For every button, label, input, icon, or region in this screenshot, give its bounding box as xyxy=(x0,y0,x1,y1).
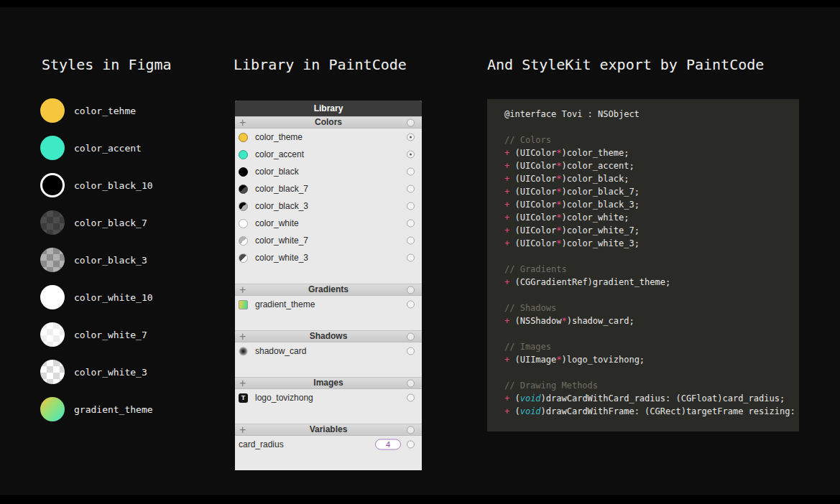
code-token: @interface Tovi : NSObject xyxy=(504,109,640,119)
figma-style-row: color_black_3 xyxy=(40,248,153,272)
library-window-title: Library xyxy=(235,101,422,116)
item-radio[interactable] xyxy=(407,151,415,159)
style-name: color_black_7 xyxy=(74,218,147,228)
figma-column-title: Styles in Figma xyxy=(42,56,172,73)
library-sections: +Colorscolor_themecolor_accentcolor_blac… xyxy=(235,116,422,470)
shadow-swatch-icon xyxy=(239,347,248,356)
code-token: (UIColor xyxy=(509,200,556,210)
color-alpha-swatch-icon xyxy=(239,202,248,211)
code-token: * xyxy=(561,316,566,326)
code-line: // Images xyxy=(504,340,799,353)
code-token: ( xyxy=(509,406,520,416)
item-radio[interactable] xyxy=(407,394,415,402)
code-line: + (void)drawCardWithFrame: (CGRect)targe… xyxy=(504,405,799,418)
library-item-name: color_accent xyxy=(255,149,304,159)
library-row-color_white_7[interactable]: color_white_7 xyxy=(235,232,422,249)
figma-style-row: color_accent xyxy=(40,136,153,160)
item-radio[interactable] xyxy=(407,237,415,245)
code-token: (UIColor xyxy=(509,238,556,248)
section-title: Variables xyxy=(310,424,348,434)
section-radio[interactable] xyxy=(407,332,415,340)
code-line xyxy=(504,327,799,340)
library-row-shadow_card[interactable]: shadow_card xyxy=(235,342,422,360)
library-item-name: color_black xyxy=(255,167,299,177)
library-row-gradient_theme[interactable]: gradient_theme xyxy=(235,296,422,313)
library-row-color_white_3[interactable]: color_white_3 xyxy=(235,249,422,266)
item-radio[interactable] xyxy=(407,168,415,176)
section-title: Shadows xyxy=(310,331,348,341)
figma-style-row: color_white_3 xyxy=(40,360,153,384)
item-radio[interactable] xyxy=(407,254,415,262)
item-radio[interactable] xyxy=(407,301,415,309)
section-spacer xyxy=(235,406,422,424)
stylekit-column-title: And StyleKit export by PaintCode xyxy=(487,56,764,73)
add-images-button[interactable]: + xyxy=(239,377,246,389)
library-item-name: color_black_3 xyxy=(255,201,308,211)
library-row-color_white[interactable]: color_white xyxy=(235,215,422,232)
code-line xyxy=(504,366,799,379)
color-swatch-icon xyxy=(239,150,248,159)
style-swatch-checker-icon xyxy=(40,360,65,384)
paintcode-library-panel: Library +Colorscolor_themecolor_accentco… xyxy=(235,101,422,470)
code-token: // Gradients xyxy=(504,264,567,274)
item-radio[interactable] xyxy=(407,202,415,210)
library-row-logo_tovizhong[interactable]: Tlogo_tovizhong xyxy=(235,389,422,406)
library-row-color_black[interactable]: color_black xyxy=(235,163,422,180)
letterbox-top xyxy=(0,0,840,7)
code-line: // Gradients xyxy=(504,263,799,276)
library-row-color_theme[interactable]: color_theme xyxy=(235,129,422,146)
library-row-color_black_7[interactable]: color_black_7 xyxy=(235,180,422,197)
section-title: Images xyxy=(313,378,343,388)
add-shadows-button[interactable]: + xyxy=(239,330,246,342)
color-alpha-swatch-icon xyxy=(239,236,248,246)
style-name: color_white_7 xyxy=(74,330,147,340)
code-line: + (CGGradientRef)gradient_theme; xyxy=(504,276,799,289)
code-line xyxy=(504,250,799,263)
figma-style-row: color_white_7 xyxy=(40,322,153,347)
style-name: color_black_3 xyxy=(74,255,147,266)
code-token: void xyxy=(520,406,541,416)
code-line: + (UIColor*)color_black_7; xyxy=(504,185,799,198)
code-line xyxy=(504,121,799,134)
section-spacer xyxy=(235,453,422,470)
color-alpha-swatch-icon xyxy=(239,185,248,194)
code-token: (UIColor xyxy=(509,174,556,184)
code-line: + (UIColor*)color_white_3; xyxy=(504,237,799,250)
section-radio[interactable] xyxy=(407,426,415,434)
section-radio[interactable] xyxy=(407,286,415,294)
style-name: color_tehme xyxy=(74,106,136,116)
section-radio[interactable] xyxy=(407,379,415,387)
library-row-card_radius[interactable]: card_radius4 xyxy=(235,436,422,453)
code-line: + (UIColor*)color_black; xyxy=(504,172,799,185)
item-radio[interactable] xyxy=(407,185,415,193)
code-token: ( xyxy=(509,393,520,403)
item-radio[interactable] xyxy=(407,441,415,449)
section-radio[interactable] xyxy=(407,118,415,126)
library-item-name: color_white_7 xyxy=(255,235,308,246)
library-item-name: gradient_theme xyxy=(255,299,315,309)
add-colors-button[interactable]: + xyxy=(239,116,246,129)
library-row-color_accent[interactable]: color_accent xyxy=(235,146,422,163)
item-radio[interactable] xyxy=(407,220,415,228)
style-swatch-checker-icon xyxy=(40,210,65,235)
code-line: // Colors xyxy=(504,134,799,146)
library-item-name: color_black_7 xyxy=(255,184,308,194)
code-line: + (UIColor*)color_accent; xyxy=(504,159,799,172)
code-token: (CGGradientRef)gradient_theme; xyxy=(509,277,670,287)
code-token: (UIColor xyxy=(509,213,556,223)
color-swatch-icon xyxy=(239,133,248,142)
library-row-color_black_3[interactable]: color_black_3 xyxy=(235,197,422,215)
add-variables-button[interactable]: + xyxy=(239,424,246,436)
item-radio[interactable] xyxy=(407,347,415,355)
section-title: Colors xyxy=(315,117,342,127)
code-token: * xyxy=(556,238,561,248)
add-gradients-button[interactable]: + xyxy=(239,284,246,296)
item-radio[interactable] xyxy=(407,134,415,141)
code-token: * xyxy=(556,174,561,184)
figma-style-row: color_white_10 xyxy=(40,285,153,309)
code-token: )color_black_3; xyxy=(562,200,640,210)
letterbox-bottom xyxy=(0,495,840,504)
code-token: (UIColor xyxy=(509,225,556,235)
section-header-variables: +Variables xyxy=(235,424,422,436)
variable-value-field[interactable]: 4 xyxy=(375,439,401,450)
